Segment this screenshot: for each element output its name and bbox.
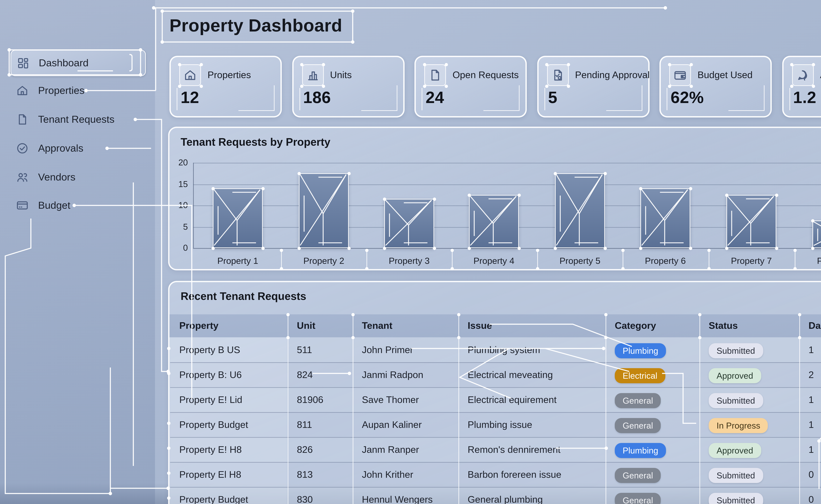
column-header-category[interactable]: Category [605, 314, 700, 337]
cell-category: General [605, 387, 700, 412]
category-separator [623, 250, 623, 268]
sidebar-item-label: Vendors [38, 171, 75, 183]
annotation-dot [725, 246, 728, 250]
table-row[interactable]: Property E! Lid81906Save ThomerElectrica… [169, 387, 821, 412]
sidebar-item-vendors[interactable]: Vendors [11, 165, 144, 190]
sidebar-item-properties[interactable]: Properties [11, 78, 144, 103]
cell-status: Submitted [700, 487, 799, 504]
cell-tenant: Janm Ranper [353, 437, 458, 462]
annotation-dot [178, 63, 181, 66]
bar-placeholder-lines [385, 199, 432, 246]
users-icon [16, 171, 29, 184]
column-header-unit[interactable]: Unit [288, 314, 353, 337]
column-header-tenant[interactable]: Tenant [353, 314, 458, 337]
annotation-dot [553, 172, 557, 175]
stat-card-avg-response: Avg Response1.2 days [782, 56, 821, 117]
category-badge: General [615, 468, 661, 483]
annotation-dot [689, 63, 693, 66]
y-axis [193, 163, 194, 248]
annotation-dot [423, 84, 426, 88]
cell-status: In Progress [700, 412, 799, 437]
stat-label: Units [330, 70, 352, 80]
cell-tenant: John Krither [353, 462, 458, 487]
cell-unit: 511 [288, 337, 353, 362]
sidebar-item-approvals[interactable]: Approvals [11, 136, 144, 161]
cell-category: General [605, 462, 700, 487]
sidebar-item-tenant-requests[interactable]: Tenant Requests [11, 107, 144, 132]
chat-icon [792, 64, 813, 86]
category-separator [367, 250, 367, 268]
table-row[interactable]: Property B US511John PrimerPlumbing syst… [169, 337, 821, 362]
status-badge: Submitted [709, 493, 763, 504]
status-badge: Approved [709, 443, 761, 458]
y-tick-label: 0 [169, 243, 188, 253]
stat-value: 24 [426, 88, 444, 107]
annotation-dot [536, 267, 539, 270]
tenant-requests-chart-panel: Tenant Requests by Property 05101520Prop… [168, 127, 821, 270]
cell-days-open: 1 [799, 437, 821, 462]
cell-issue: Barbon forereen issue [458, 462, 605, 487]
stat-label: Pending Approval [575, 70, 650, 80]
column-header-status[interactable]: Status [700, 314, 799, 337]
annotation-dot [365, 248, 368, 252]
bar-property-4 [469, 195, 519, 248]
cell-tenant: Janmi Radpon [353, 362, 458, 387]
annotation-dot [707, 248, 710, 252]
bar-property-8 [812, 221, 821, 248]
table-title: Recent Tenant Requests [180, 290, 306, 303]
bar-property-7 [726, 195, 776, 248]
annotation-dot [450, 267, 453, 270]
row-separator [170, 387, 821, 388]
column-header-issue[interactable]: Issue [458, 314, 605, 337]
table-row[interactable]: Property E! H8826Janm RanperRemon's denn… [169, 437, 821, 462]
sidebar-item-dashboard[interactable]: Dashboard [11, 50, 146, 76]
annotation-dot [536, 248, 539, 252]
table-row[interactable]: Property B: U6824Janmi RadponElectrical … [169, 362, 821, 387]
sidebar-item-budget[interactable]: Budget [11, 193, 144, 218]
column-header-days-open[interactable]: Days Open [799, 314, 821, 337]
bar-property-6 [641, 188, 690, 248]
annotation-dot [603, 172, 606, 175]
annotation-dot [457, 313, 460, 316]
bar-property-1 [213, 188, 263, 248]
annotation-dot [668, 84, 671, 88]
cell-status: Approved [700, 362, 799, 387]
stat-value: 5 [548, 88, 557, 107]
bar-placeholder-lines [556, 174, 603, 246]
annotation-dot [211, 246, 215, 250]
table-row[interactable]: Property El H8813John KritherBarbon fore… [169, 462, 821, 487]
table-row[interactable]: Property Budget830Hennul WengersGeneral … [169, 487, 821, 504]
cell-property: Property E! H8 [170, 437, 288, 462]
row-separator [170, 462, 821, 463]
annotation-dot [178, 84, 181, 88]
status-badge: Submitted [709, 343, 763, 358]
cell-unit: 813 [288, 462, 353, 487]
bar-chart-icon [302, 64, 324, 86]
sidebar-item-label: Dashboard [39, 57, 88, 69]
annotation-dot [725, 193, 728, 197]
x-tick-label: Property 2 [284, 256, 363, 266]
annotation-dot [793, 248, 796, 252]
y-tick-label: 15 [169, 179, 188, 189]
stat-label: Open Requests [453, 70, 519, 80]
x-tick-label: Property 4 [454, 256, 533, 266]
column-header-property[interactable]: Property [170, 314, 288, 337]
annotation-dot [811, 219, 814, 222]
annotation-dot [300, 63, 304, 66]
column-separator [700, 314, 700, 504]
cell-issue: Plumbing issue [458, 412, 605, 437]
cell-category: Plumbing [605, 337, 700, 362]
annotation-dot [322, 63, 325, 66]
credit-card-icon [16, 199, 29, 212]
cell-unit: 824 [288, 362, 353, 387]
table-row[interactable]: Property Budget811Aupan KalinerPlumbing … [169, 412, 821, 437]
y-tick-label: 20 [169, 157, 188, 167]
stat-card-open-requests: Open Requests24 [414, 56, 527, 117]
x-tick-label: Property 3 [370, 256, 449, 266]
cell-property: Property El H8 [170, 462, 288, 487]
cell-days-open: 2 [799, 362, 821, 387]
y-tick-label: 5 [169, 221, 188, 231]
annotation-dot [639, 187, 642, 190]
cell-unit: 826 [288, 437, 353, 462]
cell-status: Submitted [700, 387, 799, 412]
